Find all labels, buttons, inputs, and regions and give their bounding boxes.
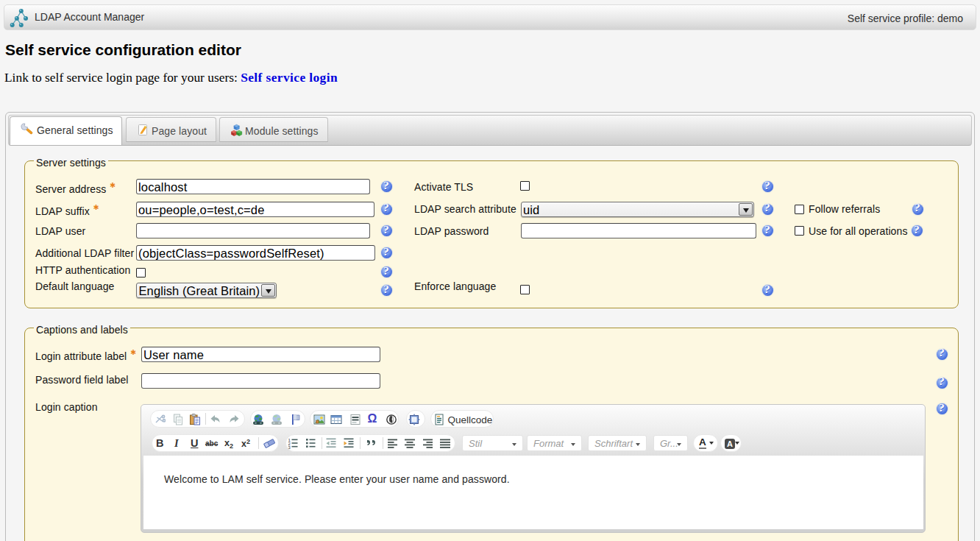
svg-text:3: 3	[288, 445, 291, 449]
